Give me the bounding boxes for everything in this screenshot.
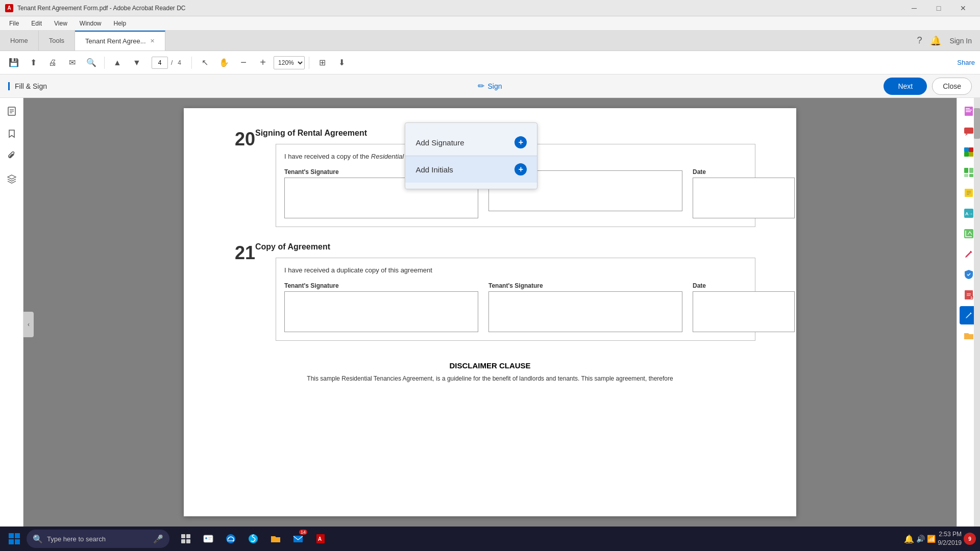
- fill-sign-label: Fill & Sign: [8, 82, 47, 90]
- next-button[interactable]: Next: [884, 78, 927, 95]
- hand-tool-button[interactable]: ✋: [215, 54, 233, 71]
- taskbar-clock[interactable]: 2:53 PM 9/2/2019: [938, 530, 962, 547]
- taskbar-skype[interactable]: [243, 529, 263, 549]
- right-sidebar: A→ 14: [957, 98, 980, 551]
- window-title: Tenant Rent Agreement Form.pdf - Adobe A…: [17, 5, 186, 12]
- toolbar: 💾 ⬆ 🖨 ✉ 🔍 ▲ ▼ 4 / 4 ↖ ✋ − + 120% 100% 15…: [0, 51, 980, 74]
- taskbar-right: 🔔 🔊 📶 2:53 PM 9/2/2019 9: [904, 530, 976, 547]
- disclaimer-section: DISCLAIMER CLAUSE This sample Residentia…: [225, 361, 755, 382]
- start-button[interactable]: [4, 529, 24, 549]
- tab-home[interactable]: Home: [0, 31, 39, 51]
- svg-point-38: [249, 534, 258, 543]
- add-initials-label: Add Initials: [415, 165, 453, 174]
- taskbar-network-icon[interactable]: 📶: [927, 535, 936, 543]
- date-box-1[interactable]: [693, 178, 795, 218]
- close-bar-button[interactable]: Close: [932, 78, 972, 95]
- svg-rect-29: [181, 534, 185, 538]
- window-controls: ─ □ ✕: [902, 0, 975, 16]
- sign-text: Sign: [487, 82, 502, 90]
- svg-rect-16: [964, 174, 968, 177]
- sig-box-3[interactable]: [284, 291, 478, 332]
- tools-button[interactable]: ⊞: [313, 54, 331, 71]
- menu-help[interactable]: Help: [109, 19, 132, 28]
- page-up-button[interactable]: ▲: [109, 54, 126, 71]
- zoom-select[interactable]: 120% 100% 150% 75%: [274, 56, 305, 69]
- left-sidebar: [0, 98, 23, 551]
- svg-rect-35: [208, 537, 212, 538]
- taskbar-taskview[interactable]: [176, 529, 196, 549]
- sign-dropdown: Add Signature + Add Initials +: [405, 122, 537, 189]
- taskbar-search[interactable]: 🔍 Type here to search 🎤: [27, 530, 169, 548]
- sig-box-4[interactable]: [488, 291, 682, 332]
- print-button[interactable]: 🖨: [44, 54, 61, 71]
- svg-rect-14: [964, 168, 968, 173]
- upload-button[interactable]: ⬆: [24, 54, 42, 71]
- sign-in-label[interactable]: Sign In: [949, 37, 972, 45]
- right-sidebar-scrollbar[interactable]: [974, 98, 980, 551]
- menu-window[interactable]: Window: [75, 19, 107, 28]
- scroll-thumb[interactable]: [974, 108, 980, 139]
- close-button[interactable]: ✕: [951, 0, 975, 16]
- svg-rect-12: [964, 152, 969, 157]
- date-label-1: Date: [693, 168, 795, 176]
- maximize-button[interactable]: □: [927, 0, 950, 16]
- toolbar-separator-1: [104, 57, 105, 69]
- tab-close-button[interactable]: ✕: [150, 38, 155, 44]
- share-label[interactable]: Share: [957, 59, 975, 66]
- pdf-viewer[interactable]: ‹ Add Signature + Add Initials + 20 Sign…: [23, 98, 957, 551]
- add-initials-plus-icon[interactable]: +: [514, 163, 527, 176]
- pages-panel-icon[interactable]: [3, 102, 21, 120]
- taskbar-cards-app[interactable]: [198, 529, 218, 549]
- menu-view[interactable]: View: [49, 19, 72, 28]
- email-button[interactable]: ✉: [63, 54, 81, 71]
- taskbar-user-badge[interactable]: 9: [964, 533, 976, 545]
- section-21-title: Copy of Agreement: [255, 242, 755, 252]
- zoom-out-button[interactable]: −: [235, 54, 252, 71]
- taskbar-acrobat[interactable]: A: [310, 529, 331, 549]
- svg-rect-25: [9, 533, 14, 538]
- zoom-in-button[interactable]: +: [254, 54, 272, 71]
- help-icon[interactable]: ?: [917, 35, 922, 46]
- taskbar-volume-icon[interactable]: 🔊: [916, 535, 925, 543]
- taskbar-edge[interactable]: [220, 529, 241, 549]
- taskbar-files[interactable]: [265, 529, 286, 549]
- main-area: ‹ Add Signature + Add Initials + 20 Sign…: [0, 98, 980, 551]
- save-button[interactable]: 💾: [5, 54, 22, 71]
- menu-file[interactable]: File: [4, 19, 24, 28]
- taskbar-mail[interactable]: 14: [288, 529, 308, 549]
- sign-button[interactable]: ✏ Sign: [478, 81, 502, 91]
- svg-rect-26: [15, 533, 20, 538]
- date-box-2[interactable]: [693, 291, 795, 332]
- toolbar-right: Share: [957, 59, 975, 66]
- svg-rect-30: [186, 534, 190, 538]
- svg-rect-11: [969, 147, 973, 152]
- taskbar-notification-icon[interactable]: 🔔: [904, 534, 914, 544]
- tab-tools[interactable]: Tools: [39, 31, 75, 51]
- svg-text:A→: A→: [965, 211, 973, 216]
- page-down-button[interactable]: ▼: [128, 54, 145, 71]
- layers-panel-icon[interactable]: [3, 169, 21, 188]
- tab-right-area: ? 🔔 Sign In: [917, 31, 980, 51]
- svg-rect-33: [204, 535, 213, 542]
- tab-document[interactable]: Tenant Rent Agree... ✕: [75, 31, 165, 51]
- add-initials-item[interactable]: Add Initials +: [405, 156, 537, 183]
- title-bar-left: A Tenant Rent Agreement Form.pdf - Adobe…: [5, 4, 186, 12]
- minimize-button[interactable]: ─: [902, 0, 926, 16]
- attachment-panel-icon[interactable]: [3, 147, 21, 165]
- svg-rect-15: [969, 168, 973, 173]
- page-number-input[interactable]: 4: [152, 57, 168, 69]
- bell-icon[interactable]: 🔔: [930, 35, 941, 46]
- section-20-number: 20: [235, 129, 255, 150]
- svg-rect-17: [969, 174, 973, 177]
- menu-bar: File Edit View Window Help: [0, 16, 980, 31]
- menu-edit[interactable]: Edit: [26, 19, 47, 28]
- add-signature-plus-icon[interactable]: +: [514, 136, 527, 148]
- add-signature-item[interactable]: Add Signature +: [405, 129, 537, 156]
- collapse-left-button[interactable]: ‹: [23, 312, 34, 337]
- svg-point-34: [205, 537, 207, 539]
- search-button[interactable]: 🔍: [83, 54, 100, 71]
- download-button[interactable]: ⬇: [333, 54, 350, 71]
- bookmark-panel-icon[interactable]: [3, 124, 21, 143]
- cursor-tool-button[interactable]: ↖: [196, 54, 213, 71]
- section-21-text: I have received a duplicate copy of this…: [284, 266, 747, 274]
